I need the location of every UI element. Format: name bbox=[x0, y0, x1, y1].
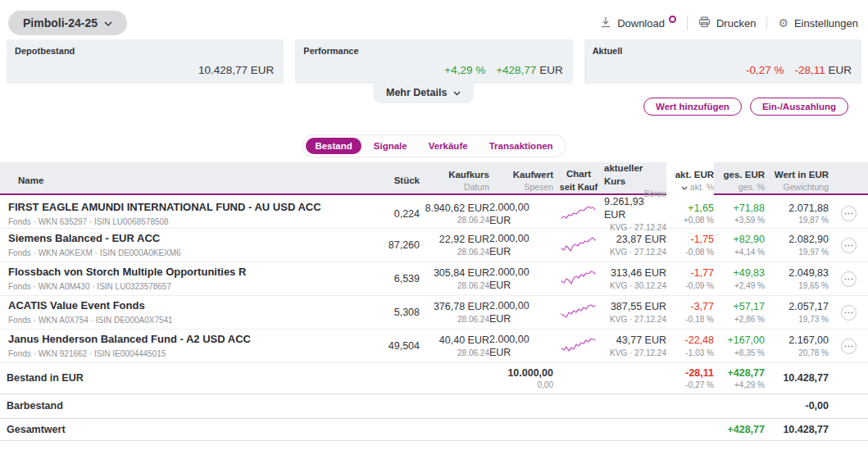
toolbar: Download Drucken ⚙ Einstellungen bbox=[589, 16, 858, 30]
more-details-button[interactable]: Mehr Details bbox=[373, 84, 474, 103]
col-name[interactable]: Name bbox=[0, 162, 361, 199]
wert-cell: 2.057,1719,73 % bbox=[765, 300, 829, 324]
fund-name-link[interactable]: Janus Henderson Balanced Fund - A2 USD A… bbox=[8, 333, 251, 347]
row-options-button[interactable] bbox=[841, 271, 857, 287]
row-options-button[interactable] bbox=[841, 206, 857, 221]
fund-name-link[interactable]: Siemens Balanced - EUR ACC bbox=[8, 232, 160, 246]
fund-name-link[interactable]: FIRST EAGLE AMUNDI INTERNATIONAL FUND - … bbox=[8, 201, 321, 215]
col-ges-eur[interactable]: ges. EURges. % bbox=[714, 162, 765, 199]
kaufwert-cell: 2.000,00 EUR bbox=[489, 201, 553, 228]
summary-row-bestand: Bestand in EUR 10.000,00 0,00 -28,11 -0,… bbox=[0, 363, 868, 394]
sparkline-chart bbox=[561, 269, 597, 289]
ges-eur-cell: +49,83 +2,49 % bbox=[714, 266, 765, 290]
download-button[interactable]: Download bbox=[589, 16, 687, 30]
stueck-cell: 5,308 bbox=[361, 306, 420, 319]
summary-label: Gesamtwert bbox=[0, 423, 361, 436]
card-performance: Performance +4,29 % +428,77 EUR bbox=[295, 39, 572, 84]
ellipsis-icon bbox=[844, 244, 853, 247]
col-kaufwert[interactable]: KaufwertSpesen bbox=[489, 162, 553, 199]
fund-meta: Fonds · WKN 921662 · ISIN IE0004445015 bbox=[8, 348, 166, 359]
settings-button[interactable]: ⚙ Einstellungen bbox=[766, 17, 858, 30]
ges-eur-cell: +57,17 +2,86 % bbox=[714, 300, 765, 324]
stueck-cell: 87,260 bbox=[361, 239, 420, 252]
sparkline-chart bbox=[561, 235, 597, 255]
row-options-button[interactable] bbox=[841, 339, 857, 354]
sparkline-cell bbox=[553, 235, 604, 255]
summary-kaufwert: 10.000,00 0,00 bbox=[489, 366, 553, 390]
ellipsis-icon bbox=[844, 278, 853, 280]
kaufwert-cell: 2.000,00 EUR bbox=[489, 232, 553, 259]
kurs-cell: 9.261,93 EURKVG · 27.12.24 bbox=[604, 195, 666, 233]
table-row: FIRST EAGLE AMUNDI INTERNATIONAL FUND - … bbox=[0, 195, 868, 229]
gear-icon: ⚙ bbox=[778, 17, 788, 29]
fund-name-cell: Janus Henderson Balanced Fund - A2 USD A… bbox=[0, 333, 361, 359]
summary-row-barbestand: Barbestand -0,00 bbox=[0, 394, 868, 419]
ellipsis-icon bbox=[844, 212, 853, 215]
summary-ges: +428,77 bbox=[714, 423, 765, 436]
performance-percent: +4,29 % bbox=[444, 64, 485, 76]
row-menu bbox=[829, 339, 868, 354]
row-options-button[interactable] bbox=[841, 238, 857, 253]
aktuell-value: -28,11 EUR bbox=[794, 64, 852, 76]
akt-eur-cell: -1,75 -0,08 % bbox=[666, 233, 714, 257]
kurs-cell: 387,55 EURKVG · 27.12.24 bbox=[604, 300, 666, 324]
aktuell-percent: -0,27 % bbox=[746, 64, 784, 76]
ellipsis-icon bbox=[844, 312, 853, 314]
chevron-down-icon bbox=[104, 16, 112, 30]
summary-akt: -28,11 -0,27 % bbox=[666, 366, 714, 390]
ellipsis-icon bbox=[844, 345, 853, 348]
fund-name-cell: Siemens Balanced - EUR ACC Fonds · WKN A… bbox=[0, 232, 361, 258]
tab-group: Bestand Signale Verkäufe Transaktionen bbox=[302, 134, 566, 157]
table-row: Siemens Balanced - EUR ACC Fonds · WKN A… bbox=[0, 229, 868, 262]
card-label: Performance bbox=[303, 46, 564, 56]
holdings-table: Name Stück KaufkursDatum KaufwertSpesen … bbox=[0, 162, 868, 441]
performance-value: +428,77 EUR bbox=[496, 64, 562, 76]
top-bar: Pimboli-24-25 Download Drucken ⚙ Einstel… bbox=[0, 0, 868, 39]
summary-label: Barbestand bbox=[0, 399, 361, 412]
card-label: Depotbestand bbox=[15, 46, 275, 56]
col-stueck[interactable]: Stück bbox=[361, 162, 420, 199]
tab-transaktionen[interactable]: Transaktionen bbox=[480, 138, 562, 154]
fund-meta: Fonds · WKN A0X754 · ISIN DE000A0X7541 bbox=[8, 315, 173, 325]
tab-verkaeufe[interactable]: Verkäufe bbox=[420, 138, 477, 154]
fund-name-link[interactable]: ACATIS Value Event Fonds bbox=[8, 299, 145, 313]
fund-name-cell: FIRST EAGLE AMUNDI INTERNATIONAL FUND - … bbox=[0, 201, 361, 227]
summary-row-gesamtwert: Gesamtwert +428,77 10.428,77 bbox=[0, 419, 868, 441]
row-menu bbox=[829, 271, 868, 287]
cash-inout-button[interactable]: Ein-/Auszahlung bbox=[750, 98, 848, 116]
portfolio-selector[interactable]: Pimboli-24-25 bbox=[8, 11, 127, 35]
sparkline-cell bbox=[553, 269, 604, 289]
fund-name-link[interactable]: Flossbach von Storch Multiple Opportunit… bbox=[8, 266, 246, 280]
table-row: Janus Henderson Balanced Fund - A2 USD A… bbox=[0, 330, 868, 363]
row-options-button[interactable] bbox=[841, 305, 857, 321]
wert-cell: 2.049,8319,65 % bbox=[765, 266, 829, 290]
card-aktuell: Aktuell -0,27 % -28,11 EUR bbox=[584, 39, 861, 84]
sparkline-chart bbox=[561, 204, 597, 224]
summary-ges: +428,77 +4,29 % bbox=[714, 366, 765, 390]
wert-cell: 2.167,0020,78 % bbox=[765, 334, 829, 357]
fund-meta: Fonds · WKN A0M430 · ISIN LU0323578657 bbox=[8, 281, 171, 292]
col-akt-eur[interactable]: akt. EUR akt. % bbox=[666, 162, 714, 199]
portfolio-name: Pimboli-24-25 bbox=[23, 16, 98, 30]
add-value-button[interactable]: Wert hinzufügen bbox=[643, 98, 742, 116]
akt-eur-cell: -3,77 -0,18 % bbox=[666, 300, 714, 324]
sparkline-chart bbox=[561, 303, 597, 322]
kaufwert-cell: 2.000,00 EUR bbox=[489, 333, 553, 360]
col-kurs[interactable]: aktueller KursBörse bbox=[604, 162, 666, 199]
col-kaufkurs[interactable]: KaufkursDatum bbox=[420, 162, 489, 199]
sparkline-cell bbox=[553, 303, 604, 322]
tab-signale[interactable]: Signale bbox=[365, 138, 416, 154]
sparkline-chart bbox=[561, 336, 597, 356]
table-row: ACATIS Value Event Fonds Fonds · WKN A0X… bbox=[0, 296, 868, 330]
col-wert[interactable]: Wert in EURGewichtung bbox=[765, 162, 829, 199]
akt-eur-cell: -22,48 -1,03 % bbox=[666, 334, 714, 357]
tab-bestand[interactable]: Bestand bbox=[306, 138, 361, 154]
kurs-cell: 43,77 EURKVG · 27.12.24 bbox=[604, 334, 666, 357]
kaufwert-cell: 2.000,00 EUR bbox=[489, 266, 553, 293]
sparkline-cell bbox=[553, 204, 604, 224]
ges-eur-cell: +71,88 +3,59 % bbox=[714, 202, 765, 225]
kaufkurs-cell: 305,84 EUR28.06.24 bbox=[420, 266, 489, 290]
print-button[interactable]: Drucken bbox=[687, 16, 766, 30]
depot-value: 10.428,77 EUR bbox=[198, 64, 274, 76]
ges-eur-cell: +167,00 +8,35 % bbox=[714, 334, 765, 357]
